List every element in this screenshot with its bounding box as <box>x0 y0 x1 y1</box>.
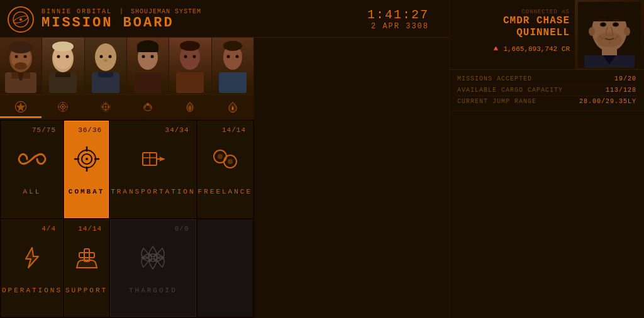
category-label-freelance: FREELANCE <box>198 188 252 195</box>
category-thargoid[interactable]: 0/0 THARGOID <box>110 219 196 317</box>
svg-point-51 <box>226 55 230 58</box>
agent-badge-4 <box>127 94 169 118</box>
svg-point-77 <box>624 27 630 36</box>
all-icon <box>17 144 47 180</box>
header: BINNIE ORBITAL | SHOUJEMAN SYSTEM MISSIO… <box>0 0 449 38</box>
main-left: BINNIE ORBITAL | SHOUJEMAN SYSTEM MISSIO… <box>0 0 449 318</box>
stat-row-1: Missions Accepted 19/20 <box>457 74 636 85</box>
right-panel: CONNECTED AS CMDR CHASE QUINNELL 🔺 1,665… <box>449 0 644 318</box>
svg-point-81 <box>614 23 617 26</box>
svg-rect-40 <box>134 72 162 93</box>
svg-rect-29 <box>98 72 113 77</box>
category-label-thargoid: THARGOID <box>129 287 177 294</box>
clock-display: 1:41:27 <box>367 8 429 22</box>
separator: | <box>119 8 123 15</box>
agent-face-5 <box>171 40 209 93</box>
commander-face-svg <box>578 2 641 68</box>
svg-rect-39 <box>137 46 158 52</box>
profile-avatar <box>575 0 644 69</box>
header-left: BINNIE ORBITAL | SHOUJEMAN SYSTEM MISSIO… <box>8 6 201 33</box>
svg-point-80 <box>602 23 604 26</box>
agent-item-6[interactable] <box>212 38 254 119</box>
category-all[interactable]: 75/75 ALL <box>1 121 63 218</box>
active-bar-1 <box>0 116 42 118</box>
transportation-icon <box>138 144 168 180</box>
svg-point-30 <box>99 55 103 58</box>
svg-point-18 <box>57 55 60 58</box>
agent-photo-2 <box>42 38 84 94</box>
category-grid: 75/75 ALL 36/36 <box>0 119 254 318</box>
category-transportation[interactable]: 34/34 TRANSPORTATION <box>110 121 196 218</box>
category-count-transportation: 34/34 <box>165 126 189 134</box>
category-count-support: 14/14 <box>78 225 102 233</box>
svg-rect-69 <box>79 253 94 258</box>
category-count-freelance: 14/14 <box>222 126 246 134</box>
category-combat[interactable]: 36/36 COMBAT <box>64 121 109 218</box>
agent-item-2[interactable] <box>42 38 84 119</box>
category-support[interactable]: 14/14 SUPPORT <box>64 219 109 317</box>
stat-label-cargo: Available Cargo Capacity <box>457 87 563 94</box>
header-center: 1:41:27 2 APR 3308 <box>367 8 429 31</box>
agent-badge-3 <box>85 94 126 118</box>
agent-item-4[interactable] <box>127 38 169 119</box>
profile-stats: Missions Accepted 19/20 Available Cargo … <box>450 69 644 111</box>
category-operations[interactable]: 4/4 OPERATIONS <box>1 219 63 317</box>
svg-point-84 <box>601 38 602 39</box>
agent-photo-6 <box>212 38 253 94</box>
svg-point-86 <box>615 38 616 39</box>
agent-face-1 <box>2 40 40 93</box>
agent-badge-1 <box>0 94 42 118</box>
svg-point-47 <box>193 55 196 58</box>
svg-point-22 <box>62 106 64 107</box>
profile-top: CONNECTED AS CMDR CHASE QUINNELL 🔺 1,665… <box>450 0 644 69</box>
category-label-operations: OPERATIONS <box>2 287 62 294</box>
svg-point-67 <box>228 159 233 164</box>
stat-row-3: Current Jump Range 28.00/29.35LY <box>457 96 636 107</box>
category-empty <box>197 219 253 317</box>
agent-photo-1 <box>0 38 42 94</box>
svg-point-87 <box>609 42 610 43</box>
svg-point-76 <box>589 27 595 36</box>
svg-point-83 <box>599 36 601 37</box>
svg-rect-17 <box>55 72 70 77</box>
svg-point-66 <box>218 154 223 159</box>
agent-photo-5 <box>169 38 211 94</box>
combat-icon <box>72 144 102 180</box>
category-count-operations: 4/4 <box>42 225 56 233</box>
category-count-all: 75/75 <box>32 126 56 134</box>
stat-label-missions: Missions Accepted <box>457 75 532 82</box>
category-label-combat: COMBAT <box>69 188 105 195</box>
category-freelance[interactable]: 14/14 FREELANCE <box>197 121 253 218</box>
svg-point-42 <box>151 55 154 58</box>
credits-row: 🔺 1,665,893,742 CR <box>456 44 570 53</box>
operations-icon <box>17 243 47 279</box>
right-panel-bottom <box>450 111 644 318</box>
category-count-thargoid: 0/0 <box>175 225 189 233</box>
agent-badge-5 <box>169 94 211 118</box>
agent-item-1[interactable] <box>0 38 42 119</box>
svg-rect-45 <box>176 72 204 93</box>
stat-value-jump: 28.00/29.35LY <box>579 98 636 105</box>
stat-label-jump: Current Jump Range <box>457 98 536 105</box>
galaxy-icon[interactable] <box>8 6 34 33</box>
svg-point-32 <box>104 59 108 62</box>
freelance-icon <box>210 144 240 180</box>
agents-row <box>0 38 254 119</box>
agent-item-3[interactable] <box>85 38 127 119</box>
commander-name: CMDR CHASE QUINNELL <box>456 15 570 39</box>
svg-point-85 <box>617 36 618 37</box>
category-label-transportation: TRANSPORTATION <box>111 188 195 195</box>
category-label-support: SUPPORT <box>65 287 108 294</box>
agent-photo-4 <box>127 38 169 94</box>
category-count-combat: 36/36 <box>78 126 102 134</box>
credits-icon: 🔺 <box>491 44 501 53</box>
credits-amount: 1,665,893,742 CR <box>503 45 570 53</box>
svg-point-11 <box>14 62 27 70</box>
agent-item-5[interactable] <box>169 38 211 119</box>
profile-info: CONNECTED AS CMDR CHASE QUINNELL 🔺 1,665… <box>450 0 575 69</box>
page-title: MISSION BOARD <box>42 15 201 31</box>
svg-point-15 <box>52 41 74 52</box>
svg-point-55 <box>86 158 88 160</box>
svg-point-70 <box>149 254 157 261</box>
svg-point-19 <box>66 55 69 58</box>
